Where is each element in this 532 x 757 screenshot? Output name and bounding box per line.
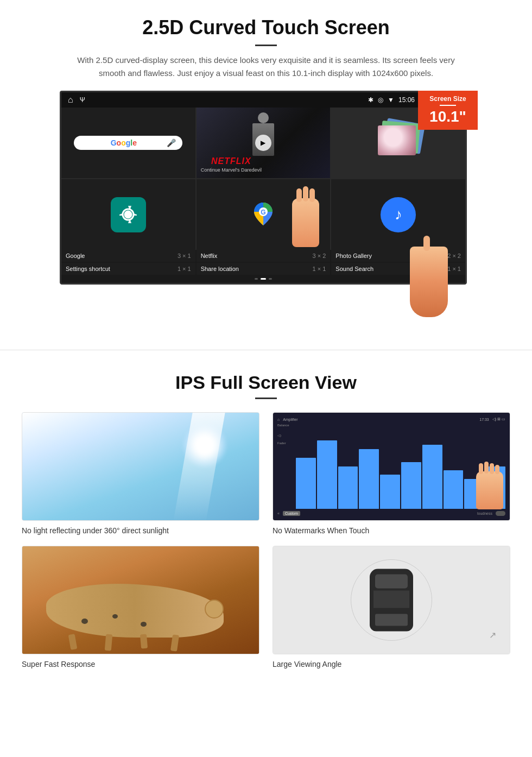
device-mockup: Screen Size 10.1" ⌂ Ψ ✱ ◎ ▼ 15:06 ⬜ ◁) ⊠… xyxy=(60,91,472,285)
watermarks-caption: No Watermarks When Touch xyxy=(273,526,510,535)
status-time: 15:06 xyxy=(398,96,415,104)
cheetah-leg-2 xyxy=(104,634,112,651)
app-label-settings: Settings shortcut 1 × 1 xyxy=(61,263,195,275)
amp-back-icon: « xyxy=(277,512,280,515)
share-label: Share location xyxy=(201,266,239,272)
amp-loudness-label: loudness xyxy=(303,512,492,515)
cheetah-spot-2 xyxy=(112,614,118,619)
feature-watermarks: ⌂ Amplifier 17:33 ◁) ⊠ ▭ Balance ◁) Fade… xyxy=(273,412,510,535)
svg-text:G: G xyxy=(261,209,265,216)
section2-divider xyxy=(255,398,277,399)
mic-icon: 🎤 xyxy=(167,138,176,147)
fast-response-caption: Super Fast Response xyxy=(22,660,259,668)
eq-bar-8 xyxy=(444,470,464,509)
cheetah-image xyxy=(22,546,259,654)
home-mini-icon: ⌂ xyxy=(277,418,280,421)
eq-bar-5 xyxy=(380,475,400,509)
wifi-icon: ▼ xyxy=(388,96,394,104)
bluetooth-icon: ✱ xyxy=(368,96,373,104)
eq-bar-4 xyxy=(359,449,379,509)
feature-sunlight: No light reflecting under 360° direct su… xyxy=(22,412,259,535)
screen-size-badge: Screen Size 10.1" xyxy=(418,91,478,130)
eq-bar-3 xyxy=(338,466,358,509)
cheetah-spot-1 xyxy=(81,619,88,624)
app-cell-google[interactable]: Google 🎤 xyxy=(61,108,195,178)
badge-size: 10.1" xyxy=(425,108,471,125)
google-label: Google xyxy=(66,253,85,259)
amp-icons: ◁) ⊠ ▭ xyxy=(492,417,505,421)
sound-label: Sound Search xyxy=(335,266,373,272)
gear-svg xyxy=(118,205,138,224)
maps-icon: G xyxy=(250,200,277,229)
app-cell-settings[interactable] xyxy=(61,179,195,250)
sound-search-icon: ♪ xyxy=(381,197,416,232)
app-grid: Google 🎤 xyxy=(61,108,465,250)
sunlight-visual xyxy=(22,413,259,520)
netflix-label: Netflix xyxy=(201,253,218,259)
google-search-bar[interactable]: Google 🎤 xyxy=(74,136,182,150)
netflix-play-button[interactable]: ▶ xyxy=(255,135,271,151)
sunlight-caption: No light reflecting under 360° direct su… xyxy=(22,526,259,535)
section1-title: 2.5D Curved Touch Screen xyxy=(33,16,499,39)
car-visual: ↗ xyxy=(273,546,510,654)
eq-bar-6 xyxy=(401,462,421,509)
scroll-dot-1 xyxy=(255,278,258,280)
feature-grid: No light reflecting under 360° direct su… xyxy=(22,412,510,668)
share-size: 1 × 1 xyxy=(313,266,326,272)
app-label-google: Google 3 × 1 xyxy=(61,250,195,262)
settings-icon xyxy=(111,197,146,232)
amp-time: 17:33 xyxy=(479,418,489,421)
google-logo: Google xyxy=(80,138,167,147)
usb-icon: Ψ xyxy=(80,96,85,104)
app-label-share: Share location 1 × 1 xyxy=(197,263,331,275)
cheetah-spot-3 xyxy=(141,622,147,627)
badge-divider xyxy=(440,105,456,106)
cheetah-leg-3 xyxy=(140,634,148,649)
cheetah-head xyxy=(205,600,224,619)
car-arrow-icon: ↗ xyxy=(489,630,496,640)
netflix-subtitle: Continue Marvel's Daredevil xyxy=(201,167,262,173)
eq-bar-7 xyxy=(422,445,442,509)
netflix-info-overlay: NETFLIX Continue Marvel's Daredevil xyxy=(201,156,262,173)
amp-custom-button[interactable]: Custom xyxy=(283,511,300,516)
google-size: 3 × 1 xyxy=(178,253,191,259)
sunlight-image xyxy=(22,412,259,521)
amp-controls: Balance ◁) Fader xyxy=(277,424,505,509)
location-icon: ◎ xyxy=(378,96,383,104)
eq-bar-2 xyxy=(317,440,337,509)
pointing-hand xyxy=(402,247,456,333)
hand-gesture xyxy=(287,198,325,258)
badge-label: Screen Size xyxy=(425,95,471,103)
settings-label: Settings shortcut xyxy=(66,266,110,272)
eq-bar-1 xyxy=(296,458,316,509)
photo-stack xyxy=(377,121,420,165)
section1-description: With 2.5D curved-display screen, this de… xyxy=(76,54,456,80)
settings-size: 1 × 1 xyxy=(178,266,191,272)
amplifier-screen: ⌂ Amplifier 17:33 ◁) ⊠ ▭ Balance ◁) Fade… xyxy=(273,413,510,520)
amp-title: Amplifier xyxy=(283,418,297,421)
viewing-angle-caption: Large Viewing Angle xyxy=(273,660,510,668)
car-rear-window xyxy=(375,614,408,626)
car-windshield xyxy=(375,575,408,589)
feature-viewing-angle: ↗ Large Viewing Angle xyxy=(273,546,510,668)
gallery-label: Photo Gallery xyxy=(335,253,372,259)
photo-card-3 xyxy=(378,125,416,155)
app-cell-netflix[interactable]: ▶ NETFLIX Continue Marvel's Daredevil xyxy=(197,108,331,178)
home-icon: ⌂ xyxy=(68,95,73,105)
amp-footer: « Custom loudness xyxy=(277,509,505,517)
app-cell-sound-search[interactable]: ♪ xyxy=(331,179,465,250)
scroll-dot-3 xyxy=(269,278,272,280)
car-body xyxy=(370,569,413,632)
amp-hand-overlay xyxy=(472,471,507,518)
netflix-logo: NETFLIX xyxy=(201,156,262,166)
feature-fast-response: Super Fast Response xyxy=(22,546,259,668)
section-ips: IPS Full Screen View No light reflecting… xyxy=(0,367,532,685)
amp-header: ⌂ Amplifier 17:33 ◁) ⊠ ▭ xyxy=(277,416,505,424)
app-cell-share-location[interactable]: G xyxy=(197,179,331,250)
title-divider xyxy=(255,45,277,46)
section2-title: IPS Full Screen View xyxy=(22,372,510,393)
car-image: ↗ xyxy=(273,546,510,654)
cheetah-visual xyxy=(22,546,259,654)
section-divider xyxy=(0,350,532,350)
amp-labels: Balance ◁) Fader xyxy=(277,424,294,509)
